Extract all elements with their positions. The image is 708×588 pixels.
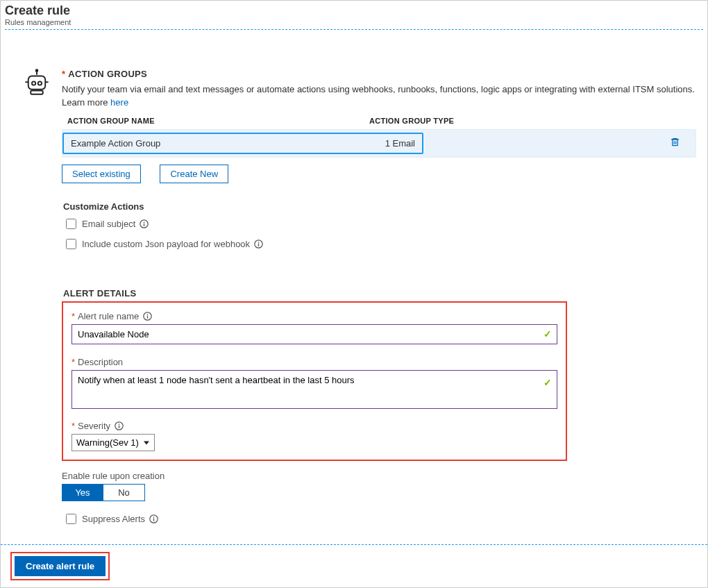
severity-select[interactable]: Warning(Sev 1) — [71, 434, 155, 451]
page-body: *ACTION GROUPS Notify your team via emai… — [1, 30, 707, 524]
severity-label: *Severity — [71, 421, 557, 431]
svg-rect-13 — [144, 223, 144, 226]
svg-rect-2 — [28, 76, 46, 90]
enable-yes-button[interactable]: Yes — [62, 484, 103, 501]
email-subject-label: Email subject — [82, 219, 135, 229]
alert-details-title: ALERT DETAILS — [63, 288, 696, 299]
svg-rect-19 — [147, 315, 148, 318]
svg-point-24 — [153, 516, 155, 518]
svg-rect-7 — [31, 91, 43, 94]
json-payload-label: Include custom Json payload for webhook — [82, 239, 250, 249]
info-icon — [254, 240, 263, 249]
severity-select-wrap: Warning(Sev 1) — [71, 434, 155, 451]
alert-rule-name-label: *Alert rule name — [71, 311, 557, 321]
alert-rule-name-input[interactable] — [71, 324, 557, 344]
learn-more-link[interactable]: here — [110, 97, 128, 108]
create-rule-window: Create rule Rules management *ACTION GRO… — [0, 0, 708, 588]
json-payload-option[interactable]: Include custom Json payload for webhook — [66, 239, 696, 249]
svg-point-1 — [36, 69, 38, 72]
description-field: ✓ — [71, 370, 557, 411]
customize-actions-title: Customize Actions — [63, 201, 696, 212]
enable-rule-toggle: Yes No — [62, 484, 696, 501]
action-groups-title: *ACTION GROUPS — [62, 69, 696, 79]
icon-column — [12, 41, 62, 524]
action-groups-section: *ACTION GROUPS Notify your team via emai… — [62, 69, 696, 249]
page-header: Create rule Rules management — [1, 1, 707, 30]
svg-rect-8 — [673, 140, 678, 146]
enable-no-button[interactable]: No — [103, 484, 145, 501]
suppress-alerts-label: Suppress Alerts — [82, 514, 145, 524]
create-button-highlight: Create alert rule — [10, 552, 110, 580]
email-subject-option[interactable]: Email subject — [66, 219, 696, 229]
svg-rect-25 — [153, 518, 154, 521]
info-icon — [143, 312, 152, 321]
create-new-button[interactable]: Create New — [160, 165, 228, 183]
robot-icon — [22, 69, 51, 98]
breadcrumb: Rules management — [5, 18, 703, 26]
json-payload-checkbox[interactable] — [66, 239, 76, 249]
action-group-buttons: Select existing Create New — [62, 165, 696, 183]
action-group-name-value: Example Action Group — [71, 138, 160, 149]
suppress-alerts-option[interactable]: Suppress Alerts — [66, 514, 696, 524]
svg-point-15 — [258, 242, 260, 243]
svg-point-18 — [147, 314, 149, 315]
trash-icon — [670, 137, 680, 147]
delete-action-group-button[interactable] — [670, 137, 680, 149]
create-alert-rule-button[interactable]: Create alert rule — [15, 556, 106, 576]
content-column: *ACTION GROUPS Notify your team via emai… — [62, 41, 702, 524]
col-action-group-type: ACTION GROUP TYPE — [369, 117, 696, 125]
required-star: * — [62, 69, 65, 79]
action-group-type-value: 1 Email — [385, 138, 415, 149]
svg-rect-22 — [119, 425, 119, 428]
enable-rule-label: Enable rule upon creation — [62, 471, 696, 481]
svg-rect-16 — [258, 243, 259, 246]
footer-bar: Create alert rule — [1, 544, 707, 587]
info-icon — [140, 219, 149, 228]
svg-point-4 — [38, 81, 42, 85]
action-group-row[interactable]: Example Action Group 1 Email — [62, 129, 696, 158]
info-icon — [115, 421, 124, 430]
svg-point-21 — [119, 423, 120, 425]
svg-point-3 — [32, 81, 35, 85]
info-icon — [149, 514, 158, 523]
suppress-alerts-checkbox[interactable] — [66, 514, 76, 524]
email-subject-checkbox[interactable] — [66, 219, 76, 229]
select-existing-button[interactable]: Select existing — [62, 165, 141, 183]
description-label: *Description — [71, 357, 557, 367]
alert-details-highlight: *Alert rule name ✓ *Description ✓ — [62, 301, 567, 461]
action-group-table-header: ACTION GROUP NAME ACTION GROUP TYPE — [67, 117, 696, 125]
alert-details-section: ALERT DETAILS *Alert rule name ✓ *Descri… — [62, 288, 696, 524]
alert-rule-name-field: ✓ — [71, 324, 557, 344]
action-group-cell: Example Action Group 1 Email — [62, 133, 423, 154]
col-action-group-name: ACTION GROUP NAME — [67, 117, 369, 125]
description-input[interactable] — [71, 370, 557, 409]
action-groups-description: Notify your team via email and text mess… — [62, 83, 696, 110]
page-title: Create rule — [5, 3, 703, 18]
svg-point-12 — [144, 221, 145, 223]
